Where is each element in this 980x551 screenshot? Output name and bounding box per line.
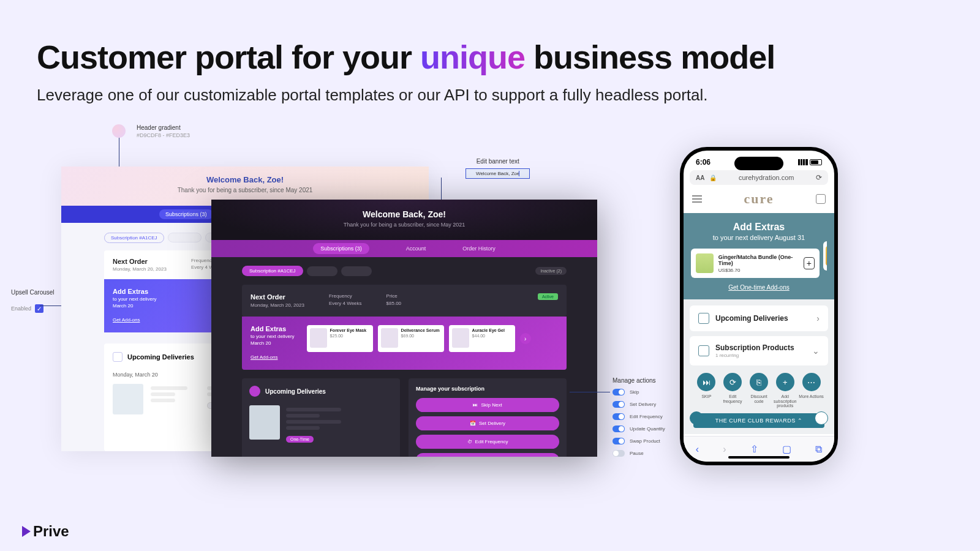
subscription-products-row[interactable]: Subscription Products 1 recurring ⌄ <box>690 336 828 365</box>
manage-action-toggle[interactable]: Set Delivery <box>612 400 665 408</box>
hero-title: Add Extras <box>691 222 827 233</box>
tab-account[interactable]: Account <box>406 246 426 252</box>
safari-url-bar[interactable]: AA 🔒 curehydration.com ⟳ <box>690 170 828 185</box>
tab-order-history[interactable]: Order History <box>462 246 496 252</box>
next-order-panel: Next Order Monday, March 20, 2023 Freque… <box>242 285 567 317</box>
annotation-value: #D9CDF8 - #FED3E3 <box>137 132 190 138</box>
update-quantity-button[interactable]: ⇅Update Quantity <box>416 453 559 457</box>
product-card[interactable]: Auracle Eye Gel$44.00 <box>449 325 515 352</box>
back-icon[interactable]: ‹ <box>696 444 699 455</box>
action-label: Add subscription products <box>772 394 798 408</box>
enabled-label: Enabled <box>11 305 31 312</box>
product-card[interactable]: Ginger/Matcha Bundle (One-Time) US$36.70… <box>691 249 820 278</box>
next-order-title: Next Order <box>113 258 167 265</box>
product-price: $25.00 <box>330 334 367 338</box>
portal-body: Subscription #A1CEJ Inactive (2) Next Or… <box>211 257 597 457</box>
cure-logo[interactable]: cure <box>744 191 774 207</box>
home-indicator <box>728 456 790 459</box>
skip-icon: ⏭ <box>473 402 478 408</box>
quick-action[interactable]: +Add subscription products <box>772 373 798 408</box>
subscription-chips: Subscription #A1CEJ Inactive (2) <box>242 266 567 276</box>
welcome-subtitle: Thank you for being a subscriber, since … <box>211 222 597 228</box>
annotation-leader-line <box>570 392 610 392</box>
get-addons-link[interactable]: Get Add-ons <box>113 317 140 323</box>
get-addons-link[interactable]: Get Add-ons <box>251 354 277 360</box>
add-button[interactable]: + <box>804 257 815 269</box>
tab-subscriptions[interactable]: Subscriptions (3) <box>313 243 369 254</box>
toggle-label: Set Delivery <box>630 402 656 407</box>
button-label: Set Delivery <box>479 421 505 426</box>
rewards-banner[interactable]: THE CURE CLUB REWARDS ⌃ <box>693 413 824 428</box>
product-card[interactable]: Deliverance Serum$69.00 <box>378 325 444 352</box>
toggle-switch[interactable] <box>612 425 625 432</box>
product-price: $69.00 <box>401 334 440 338</box>
carousel-next-icon[interactable]: › <box>520 333 531 344</box>
row-title: Subscription Products <box>715 343 806 352</box>
product-name: Ginger/Matcha Bundle (One-Time) <box>718 254 799 266</box>
phone-screen: 6:06 AA 🔒 curehydration.com ⟳ cure Add E… <box>684 151 834 462</box>
accessibility-icon[interactable] <box>815 411 828 425</box>
row-title: Upcoming Deliveries <box>715 314 810 323</box>
upcoming-title: Upcoming Deliveries <box>127 353 194 361</box>
product-card-peek[interactable] <box>823 241 827 271</box>
tabs-icon[interactable]: ⧉ <box>815 444 822 455</box>
upcoming-deliveries-row[interactable]: Upcoming Deliveries › <box>690 305 828 331</box>
subscription-chip-placeholder <box>168 233 202 242</box>
toggle-switch[interactable] <box>612 438 625 444</box>
manage-action-toggle[interactable]: Update Quantity <box>612 424 665 433</box>
accessibility-icon[interactable] <box>690 411 703 425</box>
battery-icon <box>810 159 822 165</box>
inactive-badge[interactable]: Inactive (2) <box>535 267 567 275</box>
annotation-label: Manage actions <box>612 377 665 384</box>
quick-action[interactable]: ⏭SKIP <box>693 373 720 408</box>
quick-action[interactable]: ⎘Discount code <box>746 373 772 408</box>
product-card[interactable]: Forever Eye Mask$25.00 <box>307 325 373 352</box>
subscription-chip[interactable]: Subscription #A1CEJ <box>242 266 303 276</box>
annotation-label: Header gradient <box>137 124 190 131</box>
share-icon[interactable]: ⇧ <box>750 443 758 455</box>
status-time: 6:06 <box>696 158 710 167</box>
product-image <box>381 328 398 348</box>
chevron-right-icon: › <box>816 313 820 323</box>
edit-frequency-button[interactable]: ⏱Edit Frequency <box>416 435 559 449</box>
toggle-switch[interactable] <box>612 389 625 395</box>
upcoming-deliveries-panel: Upcoming Deliveries One-Time <box>242 378 400 457</box>
quick-action[interactable]: ⟳Edit frequency <box>720 373 746 408</box>
action-icon: + <box>776 373 794 391</box>
hamburger-icon[interactable] <box>692 198 702 200</box>
tab-subscriptions[interactable]: Subscriptions (3) <box>159 209 213 219</box>
manage-action-toggle[interactable]: Pause <box>612 449 665 457</box>
extras-sub: to your next delivery <box>113 296 157 302</box>
product-name: Forever Eye Mask <box>330 328 367 332</box>
subscription-chip[interactable]: Subscription #A1CEJ <box>104 233 164 243</box>
price-value: $85.00 <box>386 301 401 306</box>
get-addons-link[interactable]: Get One-time Add-ons <box>691 284 827 291</box>
next-order-date: Monday, March 20, 2023 <box>113 266 167 272</box>
skip-next-button[interactable]: ⏭Skip Next <box>416 398 559 412</box>
action-icon: ⋯ <box>802 373 821 391</box>
toggle-label: Skip <box>630 389 639 395</box>
frequency-value: Every 4 Weeks <box>329 301 362 306</box>
banner-text-input[interactable]: Welcome Back, Zoe <box>466 168 530 179</box>
gradient-swatch <box>112 124 126 138</box>
toggle-label: Update Quantity <box>630 426 665 432</box>
manage-action-toggle[interactable]: Skip <box>612 388 665 396</box>
action-icon: ⏭ <box>697 373 715 391</box>
manage-action-toggle[interactable]: Swap Product <box>612 437 665 445</box>
lock-icon: 🔒 <box>709 174 717 181</box>
bookmarks-icon[interactable]: ▢ <box>782 443 791 455</box>
headline-pre: Customer portal for your <box>37 39 420 75</box>
set-delivery-button[interactable]: 📅Set Delivery <box>416 416 559 430</box>
text-size-icon[interactable]: AA <box>696 174 704 181</box>
toggle-switch[interactable] <box>612 450 625 457</box>
product-text-placeholder <box>151 384 187 414</box>
product-carousel[interactable]: Forever Eye Mask$25.00 Deliverance Serum… <box>307 325 531 352</box>
toggle-switch[interactable] <box>612 401 625 408</box>
action-label: Discount code <box>746 394 772 403</box>
reload-icon[interactable]: ⟳ <box>816 173 822 182</box>
manage-action-toggle[interactable]: Edit Frequency <box>612 412 665 421</box>
quick-action[interactable]: ⋯More Actions <box>798 373 824 408</box>
page-subhead: Leverage one of our customizable portal … <box>37 86 708 105</box>
toggle-switch[interactable] <box>612 413 625 420</box>
cart-icon[interactable] <box>816 194 826 204</box>
